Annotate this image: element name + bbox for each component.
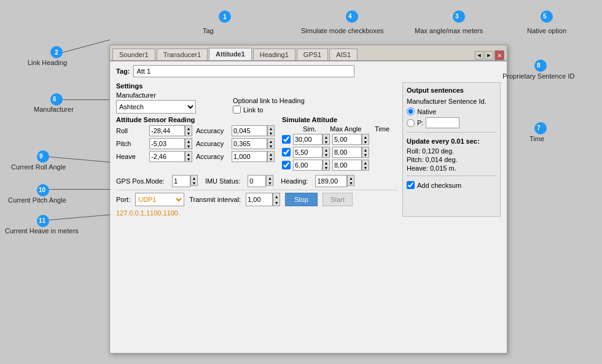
roll-accuracy-input[interactable] — [232, 125, 267, 136]
native-radio[interactable] — [407, 107, 415, 115]
sim-maxangle-1-spinbtn[interactable]: ▲ ▼ — [322, 134, 330, 145]
sim-ma2-up-icon[interactable]: ▲ — [323, 147, 329, 152]
heave-acc-down-icon[interactable]: ▼ — [268, 157, 274, 161]
gps-pos-up-icon[interactable]: ▲ — [191, 176, 197, 180]
link-to-checkbox[interactable] — [233, 106, 241, 114]
heading-up-icon[interactable]: ▲ — [348, 176, 354, 180]
sim-ma1-down-icon[interactable]: ▼ — [323, 139, 329, 144]
sim-maxmeters-3-spinbtn[interactable]: ▲ ▼ — [322, 160, 330, 171]
imu-down-icon[interactable]: ▼ — [267, 180, 273, 185]
p-input[interactable] — [426, 117, 459, 128]
pitch-spin-btn[interactable]: ▲ ▼ — [185, 138, 192, 149]
imu-spin: ▲ ▼ — [248, 175, 273, 187]
sim-time-2-input[interactable] — [332, 147, 362, 158]
roll-down-icon[interactable]: ▼ — [186, 131, 192, 136]
heave-stat: Heave: 0,015 m. — [407, 165, 496, 172]
annotation-9-label: Current Roll Angle — [11, 163, 66, 171]
heave-up-icon[interactable]: ▲ — [186, 152, 192, 157]
roll-input[interactable] — [149, 125, 185, 136]
port-select[interactable]: UDP1 — [135, 193, 184, 206]
gps-pos-spinbtn[interactable]: ▲ ▼ — [190, 175, 198, 186]
heading-down-icon[interactable]: ▼ — [348, 180, 354, 185]
pitch-up-icon[interactable]: ▲ — [186, 139, 192, 144]
annotation-6-bubble — [50, 93, 63, 106]
transmit-up-icon[interactable]: ▲ — [273, 193, 280, 199]
sim-maxmeters-3-input[interactable] — [293, 160, 322, 171]
sim-time-2-spinbtn[interactable]: ▲ ▼ — [362, 147, 369, 158]
sim-time-1-spinbtn[interactable]: ▲ ▼ — [362, 134, 369, 145]
heave-input[interactable] — [149, 151, 185, 162]
imu-input[interactable] — [248, 175, 266, 187]
sim-time-3-input[interactable] — [332, 160, 362, 171]
sim-checkbox-1[interactable] — [282, 135, 291, 144]
sim-mm3-up-icon[interactable]: ▲ — [323, 160, 329, 165]
roll-acc-down-icon[interactable]: ▼ — [268, 131, 274, 136]
tag-input[interactable] — [133, 65, 354, 77]
p-label: P: — [417, 119, 423, 126]
roll-up-icon[interactable]: ▲ — [186, 126, 192, 131]
tab-ais1[interactable]: AIS1 — [329, 48, 358, 60]
imu-up-icon[interactable]: ▲ — [267, 176, 273, 180]
stop-button[interactable]: Stop — [285, 193, 318, 206]
tab-gps1[interactable]: GPS1 — [297, 48, 328, 60]
p-radio[interactable] — [407, 119, 415, 127]
sim-row-2: ▲ ▼ ▲ ▼ — [282, 147, 397, 158]
sim-row-3: ▲ ▼ ▲ ▼ — [282, 160, 397, 171]
transmit-input[interactable] — [246, 193, 273, 206]
gps-pos-input[interactable] — [172, 175, 190, 187]
add-checksum-checkbox[interactable] — [407, 181, 415, 189]
roll-acc-up-icon[interactable]: ▲ — [268, 126, 274, 131]
tab-attitude1[interactable]: Attitude1 — [209, 48, 252, 60]
imu-spinbtn[interactable]: ▲ ▼ — [266, 175, 273, 186]
sim-maxangle-2-input[interactable] — [293, 147, 322, 158]
heading-input[interactable] — [315, 175, 347, 187]
settings-title: Settings — [116, 82, 397, 90]
sim-t1-down-icon[interactable]: ▼ — [362, 139, 369, 144]
manufacturer-select[interactable]: Ashtech — [116, 100, 196, 114]
two-col-layout: Settings Manufacturer Ashtech Optional l — [116, 82, 501, 217]
sim-time-1-input[interactable] — [332, 134, 362, 145]
sim-maxangle-2-spinbtn[interactable]: ▲ ▼ — [322, 147, 330, 158]
roll-accuracy-spin-btn[interactable]: ▲ ▼ — [267, 125, 275, 136]
sim-checkbox-2[interactable] — [282, 148, 291, 157]
ip-address: 127.0.0.1,1100,1100 — [116, 209, 397, 217]
start-button[interactable]: Start — [322, 193, 353, 206]
pitch-accuracy-spin-btn[interactable]: ▲ ▼ — [267, 138, 275, 149]
sim-ma1-up-icon[interactable]: ▲ — [323, 134, 329, 139]
sim-t2-down-icon[interactable]: ▼ — [362, 152, 369, 157]
pitch-input[interactable] — [149, 138, 185, 149]
gps-pos-down-icon[interactable]: ▼ — [191, 180, 197, 185]
sim-time-3-spinbtn[interactable]: ▲ ▼ — [362, 160, 369, 171]
sim-maxangle-1-input[interactable] — [293, 134, 322, 145]
tab-prev-button[interactable]: ◄ — [475, 51, 483, 60]
heave-spin-btn[interactable]: ▲ ▼ — [185, 151, 192, 162]
sim-t1-up-icon[interactable]: ▲ — [362, 134, 369, 139]
pitch-acc-up-icon[interactable]: ▲ — [268, 139, 274, 144]
transmit-down-icon[interactable]: ▼ — [273, 199, 280, 206]
annotation-5-bubble — [541, 10, 553, 23]
heave-accuracy-spin-btn[interactable]: ▲ ▼ — [267, 151, 275, 162]
pitch-accuracy-input[interactable] — [232, 138, 267, 149]
tab-heading1[interactable]: Heading1 — [253, 48, 295, 60]
sim-t3-down-icon[interactable]: ▼ — [362, 165, 369, 170]
sim-t2-up-icon[interactable]: ▲ — [362, 147, 369, 152]
transmit-spinbtn[interactable]: ▲ ▼ — [273, 193, 280, 206]
heave-acc-up-icon[interactable]: ▲ — [268, 152, 274, 157]
roll-accuracy-spin-group: ▲ ▼ — [232, 125, 275, 136]
sim-ma2-down-icon[interactable]: ▼ — [323, 152, 329, 157]
sim-t3-up-icon[interactable]: ▲ — [362, 160, 369, 165]
tab-transducer1[interactable]: Transducer1 — [157, 48, 208, 60]
sim-checkbox-3[interactable] — [282, 161, 291, 169]
annotation-4-label: Simulate mode checkboxes — [301, 27, 384, 34]
tab-sounder1[interactable]: Sounder1 — [112, 48, 155, 60]
roll-spin-btn[interactable]: ▲ ▼ — [185, 125, 192, 136]
pitch-acc-down-icon[interactable]: ▼ — [268, 144, 274, 149]
sim-mm3-down-icon[interactable]: ▼ — [323, 165, 329, 170]
tab-next-button[interactable]: ► — [485, 51, 493, 60]
port-row: Port: UDP1 Transmit interval: ▲ ▼ Stop S… — [116, 190, 397, 209]
heave-accuracy-input[interactable] — [232, 151, 267, 162]
heading-spinbtn[interactable]: ▲ ▼ — [347, 175, 354, 186]
heave-down-icon[interactable]: ▼ — [186, 157, 192, 161]
pitch-down-icon[interactable]: ▼ — [186, 144, 192, 149]
window-close-button[interactable]: ✕ — [495, 50, 504, 60]
